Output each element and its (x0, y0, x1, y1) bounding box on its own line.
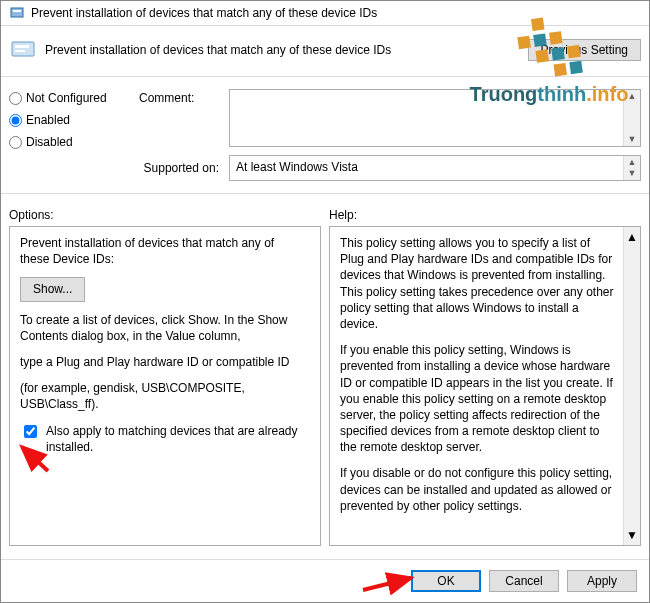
help-header: Help: (329, 208, 641, 222)
dialog-footer: OK Cancel Apply (1, 559, 649, 602)
watermark-text: Truongthinh.info (470, 83, 629, 106)
help-p1: This policy setting allows you to specif… (340, 235, 630, 332)
supported-on-box: At least Windows Vista ▲ ▼ (229, 155, 641, 181)
svg-rect-2 (12, 42, 34, 56)
help-scrollbar[interactable]: ▲ ▼ (623, 227, 640, 545)
scroll-down-icon[interactable]: ▼ (628, 169, 637, 178)
radio-disabled-label: Disabled (26, 135, 73, 149)
radio-enabled-input[interactable] (9, 114, 22, 127)
radio-disabled[interactable]: Disabled (9, 135, 129, 149)
options-line2: type a Plug and Play hardware ID or comp… (20, 354, 310, 370)
svg-rect-1 (13, 10, 21, 12)
also-apply-checkbox[interactable] (24, 425, 37, 438)
ok-button[interactable]: OK (411, 570, 481, 592)
cancel-button[interactable]: Cancel (489, 570, 559, 592)
divider (1, 193, 649, 194)
radio-enabled[interactable]: Enabled (9, 113, 129, 127)
show-button[interactable]: Show... (20, 277, 85, 301)
options-panel: Prevent installation of devices that mat… (9, 226, 321, 546)
options-heading: Prevent installation of devices that mat… (20, 235, 310, 267)
watermark-logo: Truongthinh.info (449, 1, 649, 121)
watermark-logo-icon (515, 13, 583, 81)
help-panel: This policy setting allows you to specif… (329, 226, 641, 546)
radio-not-configured[interactable]: Not Configured (9, 91, 129, 105)
radio-enabled-label: Enabled (26, 113, 70, 127)
radio-not-configured-input[interactable] (9, 92, 22, 105)
scroll-down-icon[interactable]: ▼ (628, 135, 637, 144)
also-apply-label: Also apply to matching devices that are … (46, 423, 310, 455)
radio-not-configured-label: Not Configured (26, 91, 107, 105)
supported-on-label: Supported on: (137, 161, 219, 175)
options-line3: (for example, gendisk, USB\COMPOSITE, US… (20, 380, 310, 412)
options-header: Options: (9, 208, 321, 222)
policy-subtitle: Prevent installation of devices that mat… (45, 43, 391, 57)
window-system-icon (9, 5, 25, 21)
help-p3: If you disable or do not configure this … (340, 465, 630, 514)
comment-label: Comment: (139, 89, 219, 105)
supported-scrollbar[interactable]: ▲ ▼ (623, 156, 640, 180)
radio-disabled-input[interactable] (9, 136, 22, 149)
annotation-arrow-ok (359, 568, 419, 596)
policy-icon (9, 36, 37, 64)
apply-button[interactable]: Apply (567, 570, 637, 592)
help-p2: If you enable this policy setting, Windo… (340, 342, 630, 455)
window-title: Prevent installation of devices that mat… (31, 6, 377, 20)
svg-rect-0 (11, 8, 23, 17)
supported-on-value: At least Windows Vista (230, 156, 623, 180)
state-radio-group: Not Configured Enabled Disabled (9, 89, 129, 149)
scroll-up-icon[interactable]: ▲ (628, 158, 637, 167)
scroll-up-icon[interactable]: ▲ (626, 229, 638, 245)
scroll-down-icon[interactable]: ▼ (626, 527, 638, 543)
svg-rect-3 (15, 45, 29, 48)
svg-rect-4 (15, 50, 25, 52)
options-line1: To create a list of devices, click Show.… (20, 312, 310, 344)
